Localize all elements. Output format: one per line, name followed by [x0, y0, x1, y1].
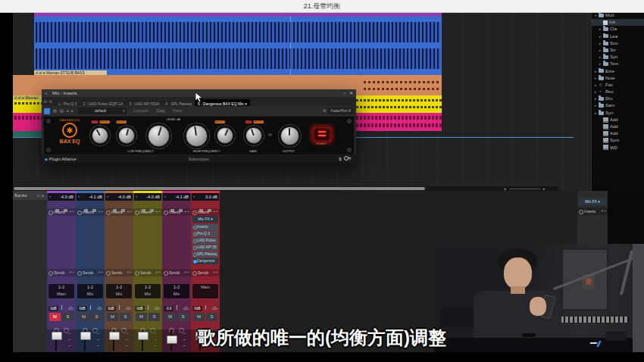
power-icon[interactable]	[193, 232, 197, 236]
scrollbar-thumb[interactable]	[14, 187, 425, 190]
dropdown-add-icons[interactable]: ▾ +	[98, 208, 103, 216]
power-icon[interactable]	[193, 239, 197, 243]
channel-volume-value[interactable]: ▾-4.0 dB	[134, 193, 161, 201]
pan-value[interactable]: ‹O›	[68, 305, 73, 312]
browser-item-dru[interactable]: ▸Dru	[592, 95, 644, 102]
mute-button[interactable]: M	[78, 313, 89, 321]
pan-indicator[interactable]	[133, 299, 162, 305]
insert-slot-spl-passeq[interactable]: SPL Passeq	[192, 251, 218, 257]
volume-badge[interactable]: 0dB	[77, 306, 87, 311]
power-icon[interactable]	[135, 211, 139, 215]
volume-badge[interactable]: 0dB	[106, 306, 116, 311]
browser-item-rec[interactable]: ▸◔Rec	[592, 89, 644, 95]
browser-item-add[interactable]: Add	[592, 130, 644, 137]
power-icon[interactable]	[193, 246, 197, 250]
mixfx-dropdown[interactable]: Mix FX ▾	[192, 216, 218, 223]
browser-item-ins[interactable]: Ins	[592, 19, 644, 26]
browser-item-mult[interactable]: ▾Mult	[592, 12, 644, 19]
pan-indicator[interactable]	[191, 299, 220, 305]
solo-button[interactable]: S	[120, 313, 131, 321]
low-shelf-knob[interactable]	[145, 123, 172, 149]
output-routing-box[interactable]: Main	[192, 284, 218, 298]
browser-item-sou[interactable]: ▸Sou	[592, 40, 644, 47]
next-preset-icon[interactable]: ▸	[71, 106, 73, 116]
pin-icon[interactable]: +	[45, 89, 48, 97]
key-icon[interactable]	[344, 156, 349, 161]
inserts-row[interactable]: Inserts▾ +	[577, 208, 608, 215]
sends-row[interactable]: Sends▾ +	[162, 269, 191, 276]
output-knob[interactable]	[278, 124, 302, 148]
bypass-icon[interactable]: ⏻	[44, 97, 47, 106]
browser-item-lea[interactable]: ▸Lea	[592, 33, 644, 40]
browser-item-synt[interactable]: Synt	[592, 137, 644, 144]
volume-badge[interactable]: 0dB	[192, 306, 202, 311]
power-icon[interactable]	[164, 271, 168, 276]
pan-indicator[interactable]	[76, 299, 105, 305]
solo-button[interactable]: S	[62, 313, 73, 321]
power-icon[interactable]	[48, 211, 53, 215]
mixfx-dropdown[interactable]: Mix FX ▾	[579, 198, 606, 205]
solo-button[interactable]: S	[91, 313, 102, 321]
active-check-icon[interactable]	[193, 260, 197, 264]
browser-item-note[interactable]: ▸Note	[592, 75, 644, 82]
power-icon[interactable]	[193, 226, 197, 229]
detach-icon[interactable]: ▫	[344, 89, 345, 97]
output-routing-box[interactable]: 1-2Mix	[106, 284, 132, 298]
paste-button[interactable]: Paste	[173, 106, 183, 116]
power-icon[interactable]	[106, 271, 111, 276]
gain-knob[interactable]	[243, 125, 264, 146]
channel-volume-value[interactable]: ▾-4.1 dB	[77, 193, 104, 201]
dropdown-add-icons[interactable]: ▾ +	[214, 208, 218, 216]
dropdown-add-icons[interactable]: ▾ +	[127, 208, 132, 216]
dollar-icon[interactable]: $	[339, 157, 343, 161]
volume-badge[interactable]: 0dB	[135, 306, 145, 311]
sends-row[interactable]: Sends▾ +	[76, 269, 105, 276]
pan-value[interactable]: ‹O›	[212, 305, 217, 312]
activate-toggle[interactable]	[44, 108, 50, 114]
browser-item-str[interactable]: ▸Str	[592, 47, 644, 54]
output-routing-box[interactable]: 1-2Mix	[164, 284, 189, 298]
stereo-link-icon[interactable]: ∞	[268, 132, 272, 137]
mute-button[interactable]: M	[49, 313, 61, 321]
close-icon[interactable]: ✕	[349, 89, 353, 97]
sends-row[interactable]: Sends▾ +	[133, 269, 162, 276]
sends-row[interactable]: Sends▾ +	[191, 269, 220, 276]
inserts-row[interactable]: Inserts▾ +	[76, 208, 105, 216]
channel-volume-value[interactable]: ▾3.0 dB	[192, 193, 219, 201]
channel-volume-value[interactable]: ▾-4.1 dB	[163, 193, 190, 201]
insert-slot-uad-pultec[interactable]: UAD Pultec	[192, 238, 218, 244]
preset-dropdown[interactable]: default▾	[78, 108, 127, 114]
browser-item-syn[interactable]: ▸Syn	[592, 110, 644, 117]
dropdown-add-icons[interactable]: ▾ +	[185, 208, 189, 216]
ab-compare-icon[interactable]: A	[49, 97, 52, 106]
insert-slot-uad-api-55[interactable]: UAD API 55	[192, 245, 218, 251]
pan-value[interactable]: ‹O›	[126, 305, 131, 312]
inserts-row[interactable]: Inserts▾ +	[162, 208, 191, 216]
browser-item-sam[interactable]: ▸Sam	[592, 102, 644, 109]
preset-file-icon[interactable]: ▤	[60, 106, 64, 116]
pan-indicator[interactable]	[105, 299, 133, 305]
solo-button[interactable]: S	[177, 313, 189, 321]
pan-indicator[interactable]	[162, 299, 191, 305]
power-icon[interactable]	[135, 271, 139, 276]
browser-item-add[interactable]: Add	[592, 123, 644, 130]
inserts-row[interactable]: Inserts▾ +	[105, 208, 133, 216]
output-routing-box[interactable]: 1-2Mix	[135, 284, 161, 298]
solo-button[interactable]: S	[148, 313, 160, 321]
mute-button[interactable]: M	[136, 313, 147, 321]
browser-item-syn[interactable]: ▸Syn	[592, 54, 644, 61]
dropdown-add-icons[interactable]: ▾ +	[214, 269, 218, 276]
dropdown-add-icons[interactable]: ▾ +	[98, 269, 103, 276]
pan-indicator[interactable]	[47, 299, 76, 305]
compare-button[interactable]: Compare	[133, 106, 149, 116]
insert-slot-pro-q-3[interactable]: Pro-Q 3	[192, 231, 218, 237]
mute-button[interactable]: M	[164, 313, 176, 321]
volume-badge[interactable]: 0dB	[48, 306, 58, 311]
browser-item-fav[interactable]: ▸☆Fav	[592, 82, 644, 89]
gear-icon[interactable]: ⚙	[323, 108, 326, 114]
inserts-row[interactable]: Inserts▾ +	[191, 208, 220, 216]
browser-item-add[interactable]: Add	[592, 117, 644, 123]
sends-row[interactable]: Sends▾ +	[47, 269, 76, 276]
low-gain-knob[interactable]	[89, 125, 111, 146]
dropdown-add-icons[interactable]: ▾ +	[127, 269, 132, 276]
